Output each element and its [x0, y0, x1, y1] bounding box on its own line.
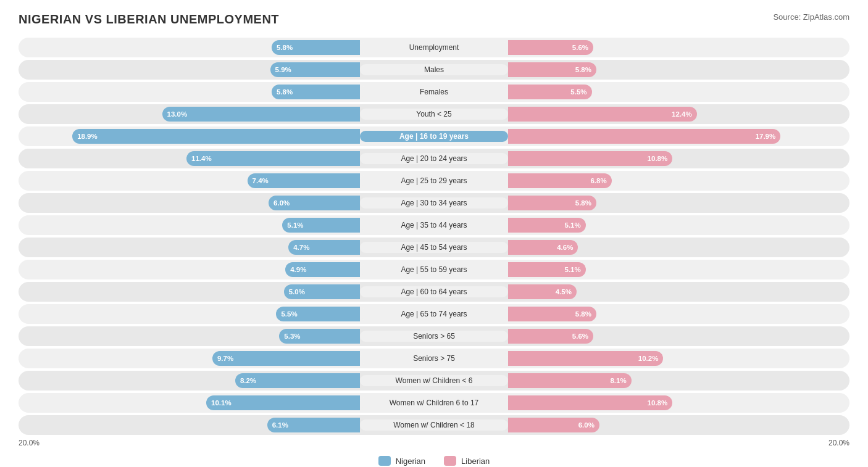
bar-center-label: Age | 16 to 19 years [360, 131, 508, 142]
bar-center-label: Females [360, 86, 508, 97]
bar-right-inside-value: 5.6% [572, 44, 588, 51]
bar-left-inside-value: 4.9% [290, 266, 306, 273]
bar-blue: 18.9% [72, 129, 360, 144]
bar-left-inside-value: 5.5% [281, 310, 297, 318]
bar-left-inside-value: 5.8% [277, 88, 293, 96]
right-bar-wrap: 4.5% [508, 282, 812, 302]
left-bar-wrap: 5.9% [56, 60, 360, 80]
bar-right-inside-value: 5.1% [564, 221, 580, 229]
bar-left-inside-value: 6.0% [273, 199, 290, 207]
left-bar-wrap: 4.9% [56, 260, 360, 279]
bar-center-label: Age | 35 to 44 years [360, 220, 508, 231]
left-bar-wrap: 18.9% [56, 126, 360, 146]
left-bar-wrap: 10.1% [56, 393, 360, 413]
table-row: 18.9%Age | 16 to 19 years17.9% [19, 126, 849, 146]
right-bar-wrap: 10.2% [508, 349, 812, 368]
bar-center-label: Males [360, 64, 508, 75]
bar-pink: 6.8% [508, 173, 612, 188]
bar-blue: 4.7% [288, 240, 360, 255]
right-bar-wrap: 5.1% [508, 215, 812, 235]
table-row: 11.4%Age | 20 to 24 years10.8% [19, 149, 849, 168]
bar-center-label: Seniors > 75 [360, 353, 508, 364]
right-bar-wrap: 8.1% [508, 371, 812, 391]
table-row: 7.4%Age | 25 to 29 years6.8% [19, 171, 849, 191]
bar-left-inside-value: 13.0% [167, 110, 188, 118]
axis-left: 20.0% [19, 439, 40, 447]
left-bar-wrap: 8.2% [56, 371, 360, 391]
right-bar-wrap: 17.9% [508, 126, 812, 146]
left-bar-wrap: 6.1% [56, 415, 360, 435]
bar-left-inside-value: 11.4% [191, 155, 212, 162]
table-row: 5.9%Males5.8% [19, 60, 849, 80]
right-bar-wrap: 5.8% [508, 60, 812, 80]
bar-right-inside-value: 5.6% [572, 333, 588, 340]
bar-pink: 5.5% [508, 85, 592, 99]
left-bar-wrap: 9.7% [56, 349, 360, 368]
bar-blue: 5.9% [270, 62, 360, 77]
chart-legend: Nigerian Liberian [19, 456, 849, 466]
table-row: 5.1%Age | 35 to 44 years5.1% [19, 215, 849, 235]
bar-center-label: Women w/ Children 6 to 17 [360, 397, 508, 408]
bar-right-inside-value: 10.8% [648, 399, 668, 407]
nigerian-swatch [378, 456, 391, 466]
bar-blue: 5.8% [272, 40, 360, 55]
bar-center-label: Age | 25 to 29 years [360, 175, 508, 186]
chart-source: Source: ZipAtlas.com [773, 12, 849, 22]
bar-blue: 9.7% [212, 351, 360, 366]
bar-center-label: Women w/ Children < 6 [360, 375, 508, 386]
right-bar-wrap: 5.6% [508, 326, 812, 346]
legend-liberian: Liberian [444, 456, 490, 466]
bar-left-inside-value: 4.7% [293, 244, 309, 251]
bar-right-inside-value: 12.4% [672, 110, 692, 118]
legend-nigerian: Nigerian [378, 456, 425, 466]
left-bar-wrap: 7.4% [56, 171, 360, 191]
table-row: 4.9%Age | 55 to 59 years5.1% [19, 260, 849, 279]
right-bar-wrap: 5.8% [508, 193, 812, 213]
chart-title: NIGERIAN VS LIBERIAN UNEMPLOYMENT [19, 12, 279, 27]
bar-right-inside-value: 6.8% [590, 177, 606, 184]
bar-blue: 5.0% [284, 284, 360, 299]
nigerian-label: Nigerian [396, 457, 425, 466]
table-row: 10.1%Women w/ Children 6 to 1710.8% [19, 393, 849, 413]
bar-left-inside-value: 7.4% [252, 177, 269, 184]
bar-pink: 10.8% [508, 151, 672, 166]
right-bar-wrap: 10.8% [508, 149, 812, 168]
bar-left-inside-value: 5.1% [287, 221, 303, 229]
bar-pink: 6.0% [508, 418, 599, 432]
table-row: 5.8%Females5.5% [19, 82, 849, 102]
bar-right-inside-value: 10.8% [648, 155, 668, 162]
table-row: 5.8%Unemployment5.6% [19, 38, 849, 57]
bar-right-inside-value: 5.8% [575, 66, 591, 73]
table-row: 5.5%Age | 65 to 74 years5.8% [19, 304, 849, 324]
bar-center-label: Age | 60 to 64 years [360, 286, 508, 297]
right-bar-wrap: 6.8% [508, 171, 812, 191]
bar-blue: 10.1% [206, 395, 360, 410]
liberian-label: Liberian [461, 457, 490, 466]
left-bar-wrap: 4.7% [56, 238, 360, 257]
bar-right-inside-value: 5.8% [575, 310, 591, 318]
bar-right-inside-value: 8.1% [610, 377, 626, 384]
right-bar-wrap: 5.8% [508, 304, 812, 324]
right-bar-wrap: 6.0% [508, 415, 812, 435]
bar-right-inside-value: 5.1% [564, 266, 580, 273]
bar-blue: 5.1% [282, 218, 360, 233]
bar-left-inside-value: 10.1% [211, 399, 232, 407]
bar-left-inside-value: 18.9% [77, 133, 98, 140]
right-bar-wrap: 10.8% [508, 393, 812, 413]
bar-pink: 4.5% [508, 284, 577, 299]
bar-blue: 8.2% [235, 373, 360, 388]
chart-container: NIGERIAN VS LIBERIAN UNEMPLOYMENT Source… [0, 0, 868, 467]
bar-blue: 4.9% [285, 262, 360, 277]
bar-pink: 10.2% [508, 351, 663, 366]
left-bar-wrap: 5.5% [56, 304, 360, 324]
bar-pink: 8.1% [508, 373, 632, 388]
bar-blue: 5.3% [279, 329, 360, 344]
table-row: 6.1%Women w/ Children < 186.0% [19, 415, 849, 435]
bar-center-label: Age | 65 to 74 years [360, 308, 508, 320]
bar-center-label: Age | 30 to 34 years [360, 197, 508, 209]
bar-blue: 13.0% [162, 107, 360, 122]
bar-pink: 10.8% [508, 395, 672, 410]
table-row: 6.0%Age | 30 to 34 years5.8% [19, 193, 849, 213]
bar-left-inside-value: 9.7% [217, 355, 233, 362]
right-bar-wrap: 5.1% [508, 260, 812, 279]
